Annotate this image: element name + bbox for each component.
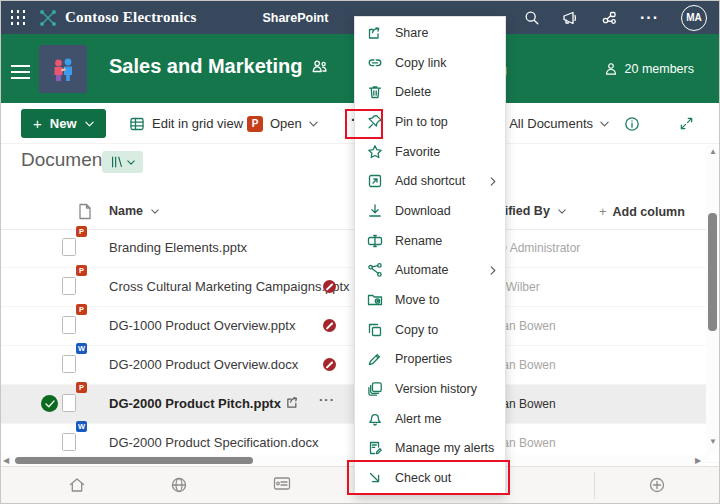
- site-logo[interactable]: [39, 45, 87, 93]
- blocked-icon: [323, 280, 336, 293]
- file-name: DG-1000 Product Overview.pptx: [109, 318, 295, 333]
- members-label: 20 members: [625, 62, 694, 76]
- blocked-icon: [323, 319, 336, 332]
- more-options-icon[interactable]: ···: [640, 9, 659, 27]
- chevron-down-icon: [309, 121, 318, 127]
- delete-icon: [367, 84, 383, 100]
- open-button[interactable]: P Open: [247, 109, 318, 138]
- shelf-view-icon: [110, 155, 124, 169]
- menu-item-label: Version history: [395, 382, 477, 396]
- chevron-down-icon: [127, 160, 135, 165]
- favorite-icon: [367, 144, 383, 160]
- vertical-scrollbar[interactable]: ▲ ▼: [706, 145, 719, 455]
- context-menu: Share Copy link Delete Pin to top Favori…: [354, 16, 506, 495]
- download-icon: [367, 203, 383, 219]
- chevron-down-icon: [558, 209, 566, 214]
- row-more-icon[interactable]: ···: [319, 392, 335, 407]
- menu-item-rename[interactable]: Rename: [355, 226, 505, 256]
- home-icon[interactable]: [68, 476, 86, 494]
- version-history-icon: [367, 381, 383, 397]
- menu-item-label: Automate: [395, 263, 449, 277]
- file-name: Cross Cultural Marketing Campaigns.pptx: [109, 279, 350, 294]
- scroll-right-arrow[interactable]: ▶: [695, 456, 701, 465]
- column-header-name[interactable]: Name: [109, 204, 159, 218]
- share-row-icon[interactable]: [285, 395, 301, 410]
- app-launcher-icon[interactable]: [10, 10, 26, 26]
- product-name[interactable]: SharePoint: [262, 11, 328, 25]
- menu-item-label: Rename: [395, 234, 442, 248]
- bottom-bar-divider: [594, 472, 595, 499]
- move-to-icon: [367, 292, 383, 308]
- add-shortcut-icon: [367, 173, 383, 189]
- menu-item-label: Check out: [395, 471, 451, 485]
- open-label: Open: [270, 116, 302, 131]
- new-button-label: New: [50, 116, 77, 131]
- new-button[interactable]: + New: [21, 109, 106, 138]
- pin-icon: [367, 114, 383, 130]
- menu-item-add-shortcut[interactable]: Add shortcut: [355, 166, 505, 196]
- vertical-scrollbar-thumb[interactable]: [708, 213, 717, 331]
- automate-icon: [367, 262, 383, 278]
- site-title-row: Sales and Marketing: [109, 55, 328, 78]
- file-type-column-icon[interactable]: [78, 203, 92, 220]
- add-circle-icon[interactable]: [648, 476, 666, 494]
- menu-item-share[interactable]: Share: [355, 18, 505, 48]
- search-icon[interactable]: [524, 10, 540, 26]
- menu-item-version-history[interactable]: Version history: [355, 374, 505, 404]
- menu-item-delete[interactable]: Delete: [355, 77, 505, 107]
- menu-item-pin-to-top[interactable]: Pin to top: [355, 107, 505, 137]
- scroll-down-arrow[interactable]: ▼: [709, 437, 717, 446]
- menu-item-alert-me[interactable]: Alert me: [355, 404, 505, 434]
- copy-to-icon: [367, 322, 383, 338]
- menu-item-move-to[interactable]: Move to: [355, 285, 505, 315]
- menu-item-check-out[interactable]: Check out: [355, 463, 505, 493]
- share-icon: [367, 25, 383, 41]
- menu-item-properties[interactable]: Properties: [355, 345, 505, 375]
- scroll-left-arrow[interactable]: ◀: [3, 456, 9, 465]
- brand-name: Contoso Electronics: [65, 9, 196, 26]
- menu-item-copy-to[interactable]: Copy to: [355, 315, 505, 345]
- account-avatar[interactable]: MA: [681, 5, 707, 31]
- person-icon: [604, 62, 618, 76]
- menu-item-download[interactable]: Download: [355, 196, 505, 226]
- menu-item-manage-my-alerts[interactable]: Manage my alerts: [355, 434, 505, 464]
- plus-icon: +: [599, 204, 607, 219]
- megaphone-icon[interactable]: [562, 10, 579, 26]
- powerpoint-icon: P: [247, 116, 263, 132]
- rename-icon: [367, 233, 383, 249]
- expand-icon[interactable]: [679, 116, 694, 131]
- menu-item-label: Properties: [395, 352, 452, 366]
- file-name: Branding Elements.pptx: [109, 240, 247, 255]
- chevron-down-icon: [600, 121, 609, 127]
- contoso-logo-icon: [38, 8, 58, 28]
- selected-check-icon[interactable]: [41, 395, 58, 412]
- members-button[interactable]: 20 members: [604, 62, 694, 76]
- menu-item-label: Download: [395, 204, 451, 218]
- card-icon[interactable]: [273, 476, 291, 491]
- properties-icon: [367, 351, 383, 367]
- edit-grid-view-button[interactable]: Edit in grid view: [129, 109, 243, 138]
- view-toggle[interactable]: [102, 151, 143, 173]
- site-title[interactable]: Sales and Marketing: [109, 55, 302, 78]
- add-column-button[interactable]: + Add column: [599, 204, 685, 219]
- hamburger-menu-icon[interactable]: [11, 61, 30, 83]
- horizontal-scrollbar-thumb[interactable]: [15, 457, 253, 464]
- sharepoint-window: Contoso Electronics SharePoint ··· MA Sa…: [0, 0, 720, 504]
- menu-item-favorite[interactable]: Favorite: [355, 137, 505, 167]
- submenu-chevron-icon: [490, 266, 496, 275]
- globe-icon[interactable]: [170, 476, 188, 494]
- menu-item-label: Pin to top: [395, 115, 448, 129]
- menu-item-label: Favorite: [395, 145, 440, 159]
- grid-icon: [129, 116, 145, 132]
- connections-icon[interactable]: [601, 10, 618, 26]
- menu-item-label: Share: [395, 26, 428, 40]
- scroll-up-arrow[interactable]: ▲: [709, 147, 717, 156]
- menu-item-label: Add shortcut: [395, 174, 465, 188]
- info-icon[interactable]: [624, 116, 640, 132]
- menu-item-automate[interactable]: Automate: [355, 256, 505, 286]
- teams-icon: [311, 59, 328, 75]
- menu-item-label: Manage my alerts: [395, 441, 494, 455]
- menu-item-copy-link[interactable]: Copy link: [355, 48, 505, 78]
- chevron-down-icon: [85, 121, 94, 127]
- blocked-icon: [323, 358, 336, 371]
